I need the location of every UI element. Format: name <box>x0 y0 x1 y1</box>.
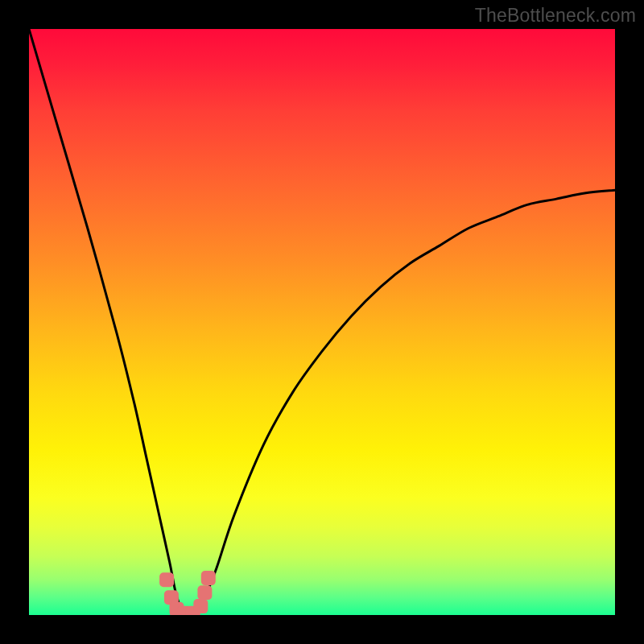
bottleneck-curve <box>29 29 615 615</box>
chart-svg <box>29 29 615 615</box>
curve-marker <box>201 571 216 585</box>
plot-area <box>29 29 615 615</box>
curve-marker <box>193 599 208 613</box>
curve-marker <box>197 585 212 600</box>
chart-frame: TheBottleneck.com <box>0 0 644 644</box>
curve-marker <box>159 572 174 587</box>
credit-label: TheBottleneck.com <box>475 5 636 27</box>
